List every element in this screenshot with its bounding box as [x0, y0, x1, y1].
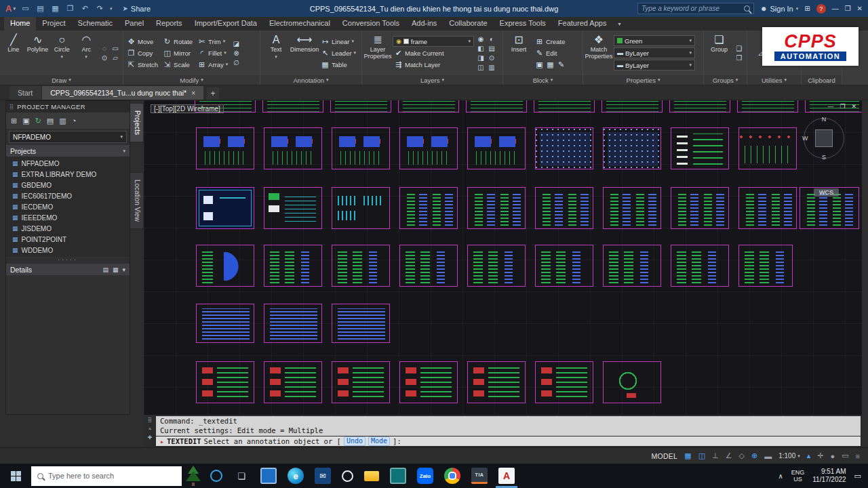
drawing-thumbnail[interactable]	[738, 245, 793, 287]
active-project-combo[interactable]: NFPADEMO▾	[9, 131, 127, 143]
rectangle-icon[interactable]: ▭	[111, 45, 119, 52]
drawing-thumbnail[interactable]	[671, 245, 729, 287]
drawing-thumbnail[interactable]	[332, 361, 390, 403]
drawing-thumbnail[interactable]	[738, 187, 797, 229]
taskbar-app-icon[interactable]	[390, 468, 406, 484]
mail-app-icon[interactable]: ✉	[315, 468, 331, 484]
lineweight-icon[interactable]: ▬	[764, 452, 772, 460]
undo-option[interactable]: Undo	[344, 436, 366, 446]
mirror-button[interactable]: ◫Mirror	[161, 48, 194, 58]
hatch-icon[interactable]: ⊙	[100, 54, 108, 62]
lineweight-combo[interactable]: ▬ByLayer▾	[614, 47, 695, 58]
layer-merge-icon[interactable]: ▥	[488, 64, 496, 71]
language-indicator[interactable]: ENG US	[791, 469, 805, 483]
region-icon[interactable]: ▱	[111, 54, 119, 62]
drawing-thumbnail[interactable]	[603, 245, 661, 287]
arc-button[interactable]: ◠Arc▾	[75, 32, 98, 74]
drawing-thumbnail[interactable]	[332, 127, 390, 169]
linetype-combo[interactable]: ▬ByLayer▾	[614, 60, 695, 70]
tab-active-drawing[interactable]: CPPS_0965542134_Tu...u dung nuoc thai*×	[42, 86, 203, 100]
tab-panel[interactable]: Panel	[119, 17, 150, 30]
make-current-button[interactable]: ✔Make Current	[393, 48, 474, 58]
match-properties-button[interactable]: ❖Match Properties	[585, 32, 612, 74]
drawing-thumbnail[interactable]	[332, 245, 390, 287]
array-button[interactable]: ⊞Array▾	[196, 60, 229, 70]
tab-express-tools[interactable]: Express Tools	[494, 17, 552, 30]
tab-project[interactable]: Project	[36, 17, 71, 30]
drawing-thumbnail[interactable]	[196, 304, 254, 343]
drawing-thumbnail[interactable]	[601, 100, 663, 113]
match-layer-button[interactable]: ⇶Match Layer	[393, 60, 474, 70]
viewcube[interactable]: N W S	[804, 118, 844, 159]
drawing-thumbnail[interactable]	[332, 187, 390, 229]
explode-icon[interactable]: ⊗	[232, 49, 240, 57]
project-item-jisdemo[interactable]: ▦JISDEMO	[6, 223, 130, 234]
utilities-panel-label[interactable]: Utilities▾	[747, 75, 801, 85]
drawing-thumbnail[interactable]	[196, 245, 254, 287]
tab-featured-apps[interactable]: Featured Apps	[552, 17, 613, 30]
drawing-thumbnail[interactable]	[264, 127, 322, 169]
viewcube-north[interactable]: N	[822, 116, 827, 123]
stretch-button[interactable]: ⇱Stretch	[125, 60, 159, 70]
app-store-icon[interactable]: ⊞	[804, 5, 810, 12]
drawing-thumbnail[interactable]	[399, 245, 458, 287]
palette-titlebar[interactable]: ⣿PROJECT MANAGER	[6, 101, 130, 113]
taskbar-app-icon[interactable]	[260, 468, 277, 484]
create-block-button[interactable]: ⊞Create	[534, 37, 567, 47]
project-item-ieeedemo[interactable]: ▦IEEEDEMO	[6, 212, 130, 223]
annotation-visibility-icon[interactable]: ▴	[807, 451, 811, 460]
taskbar-app-icon[interactable]	[342, 470, 353, 482]
keyword-search-input[interactable]	[642, 5, 741, 12]
rotate-button[interactable]: ↻Rotate	[161, 37, 194, 47]
palette-resize-grip[interactable]: ·····	[6, 257, 130, 264]
command-close-icon[interactable]: ×	[149, 426, 152, 432]
object-color-combo[interactable]: Green▾	[614, 35, 695, 46]
autoscale-icon[interactable]: ✛	[817, 451, 823, 460]
save-file-icon[interactable]: ▦	[50, 4, 60, 13]
edit-block-button[interactable]: ✎Edit	[534, 48, 567, 58]
project-item-point2point[interactable]: ▦POINT2POINT	[6, 234, 130, 245]
drawing-thumbnail[interactable]	[603, 187, 661, 229]
mode-option[interactable]: Mode	[368, 436, 390, 446]
drawing-minimize-icon[interactable]: —	[827, 103, 833, 110]
group-button[interactable]: ❏Group	[706, 32, 732, 74]
minimize-button[interactable]: —	[832, 5, 839, 12]
circle-button[interactable]: ○Circle▾	[51, 32, 74, 74]
zalo-icon[interactable]: Zalo	[417, 468, 433, 484]
command-prompt[interactable]: ▸ TEXTEDIT Select an annotation object o…	[156, 436, 861, 446]
groups-panel-label[interactable]: Groups▾	[704, 75, 747, 85]
drawing-thumbnail[interactable]	[467, 245, 526, 287]
drawing-thumbnail[interactable]	[196, 187, 254, 229]
undo-icon[interactable]: ↶	[80, 4, 90, 13]
tia-portal-icon[interactable]: TIA	[471, 468, 488, 484]
file-explorer-icon[interactable]	[364, 471, 379, 481]
project-item-iec60617demo[interactable]: ▦IEC60617DEMO	[6, 190, 130, 201]
open-project-icon[interactable]: ▣	[22, 117, 29, 125]
trim-button[interactable]: ✄Trim▾	[196, 37, 229, 47]
chevron-down-icon[interactable]: ▾	[122, 266, 125, 273]
model-space-button[interactable]: MODEL	[651, 452, 677, 460]
drawing-thumbnail[interactable]	[466, 100, 527, 113]
project-settings-icon[interactable]: ▥	[59, 117, 66, 125]
drawing-thumbnail[interactable]	[535, 127, 593, 169]
taskbar-search-box[interactable]	[31, 466, 182, 486]
drawing-close-icon[interactable]: ✕	[851, 103, 856, 110]
viewcube-west[interactable]: W	[802, 135, 808, 142]
drawing-thumbnail[interactable]	[535, 361, 593, 403]
table-button[interactable]: ▦Table	[319, 60, 357, 70]
project-item-nfpademo[interactable]: ▦NFPADEMO	[6, 158, 130, 169]
cortana-icon[interactable]	[210, 470, 222, 482]
snap-icon[interactable]: ◫	[698, 451, 705, 460]
insert-block-button[interactable]: ⊡Insert	[505, 32, 532, 74]
block-panel-label[interactable]: Block▾	[503, 75, 583, 85]
line-button[interactable]: ╱Line	[2, 32, 25, 74]
customization-icon[interactable]: ≡	[856, 452, 860, 460]
chrome-icon[interactable]	[444, 468, 460, 484]
restore-button[interactable]: ❐	[845, 5, 851, 12]
drawing-thumbnail[interactable]	[264, 187, 322, 229]
layer-isolate-icon[interactable]: ▤	[488, 45, 496, 52]
clean-screen-icon[interactable]: ▭	[842, 451, 848, 460]
project-item-gbdemo[interactable]: ▦GBDEMO	[6, 180, 130, 190]
drawing-thumbnail[interactable]	[196, 127, 254, 169]
tray-expand-icon[interactable]: ∧	[778, 472, 783, 480]
